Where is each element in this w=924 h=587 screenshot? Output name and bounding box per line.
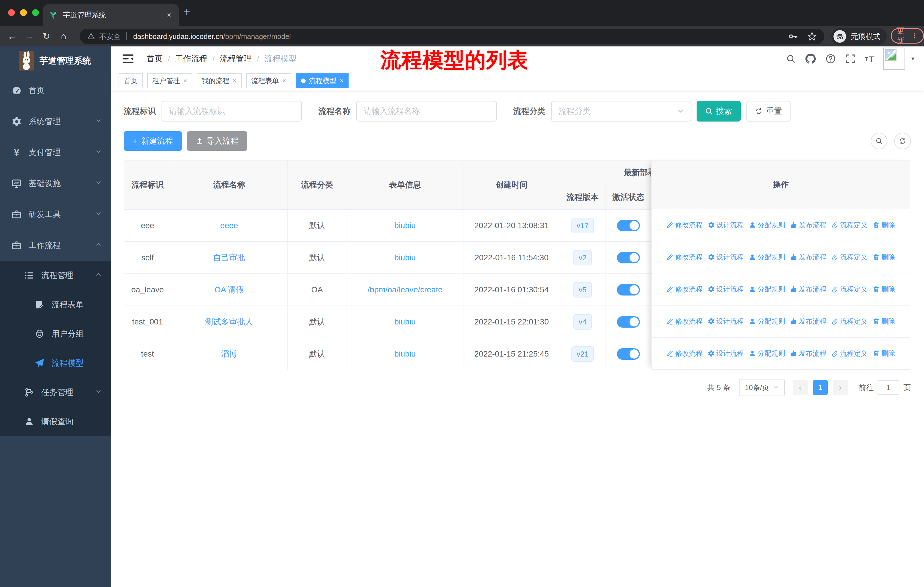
tag-首页[interactable]: 首页: [119, 73, 143, 88]
sidebar-item-devtool[interactable]: 研发工具: [0, 199, 111, 230]
action-修改流程[interactable]: 修改流程: [667, 253, 703, 262]
font-size-icon[interactable]: TT: [865, 54, 876, 64]
active-toggle[interactable]: [617, 284, 640, 296]
action-删除[interactable]: 删除: [873, 284, 895, 294]
form-info-link[interactable]: biubiu: [394, 221, 416, 230]
action-发布流程[interactable]: 发布流程: [790, 317, 826, 326]
process-name-link[interactable]: eeee: [220, 221, 238, 230]
reload-icon[interactable]: ↻: [38, 31, 55, 41]
filter-name-input[interactable]: [356, 101, 497, 122]
search-button[interactable]: 搜索: [696, 101, 741, 122]
action-分配规则[interactable]: 分配规则: [749, 220, 785, 230]
key-icon[interactable]: [788, 31, 798, 41]
forward-icon[interactable]: →: [21, 31, 38, 41]
version-badge[interactable]: v5: [573, 282, 591, 298]
action-修改流程[interactable]: 修改流程: [667, 317, 703, 326]
bookmark-star-icon[interactable]: [807, 31, 817, 41]
action-设计流程[interactable]: 设计流程: [708, 253, 744, 262]
action-流程定义[interactable]: 流程定义: [832, 317, 868, 326]
user-avatar[interactable]: [883, 48, 905, 70]
action-删除[interactable]: 删除: [873, 349, 895, 358]
back-icon[interactable]: ←: [3, 31, 21, 41]
browser-update-button[interactable]: 更新 ⋮: [891, 28, 924, 43]
new-tab-button[interactable]: +: [183, 5, 190, 19]
action-流程定义[interactable]: 流程定义: [832, 284, 868, 294]
help-icon[interactable]: [825, 54, 836, 64]
browser-tab[interactable]: 芋道管理系统 ×: [43, 4, 179, 26]
action-修改流程[interactable]: 修改流程: [667, 284, 703, 294]
update-label[interactable]: 更新: [897, 26, 906, 46]
active-toggle[interactable]: [617, 348, 640, 360]
tag-流程模型[interactable]: 流程模型×: [296, 73, 349, 88]
sidebar-item-process-model[interactable]: 流程模型: [0, 349, 111, 378]
action-删除[interactable]: 删除: [873, 317, 895, 326]
breadcrumb-home[interactable]: 首页: [147, 53, 163, 64]
security-label[interactable]: 不安全: [99, 32, 120, 41]
fullscreen-icon[interactable]: [845, 54, 855, 64]
active-toggle[interactable]: [617, 252, 640, 263]
sidebar-item-user-group[interactable]: 用户分组: [0, 319, 111, 349]
search-icon[interactable]: [786, 54, 796, 64]
tag-租户管理[interactable]: 租户管理×: [147, 73, 192, 88]
sidebar-item-process-form[interactable]: 流程表单: [0, 290, 111, 319]
create-process-button[interactable]: + 新建流程: [124, 131, 182, 151]
action-分配规则[interactable]: 分配规则: [749, 253, 785, 262]
refresh-table-button[interactable]: [894, 133, 911, 149]
form-info-link[interactable]: biubiu: [394, 317, 416, 326]
action-发布流程[interactable]: 发布流程: [790, 349, 826, 358]
page-size-select[interactable]: 10条/页: [739, 379, 785, 396]
sidebar-item-leave-query[interactable]: 请假查询: [0, 407, 111, 436]
next-page-button[interactable]: ›: [833, 380, 848, 395]
sidebar-item-process-manage[interactable]: 流程管理: [0, 261, 111, 290]
version-badge[interactable]: v2: [573, 250, 591, 265]
action-分配规则[interactable]: 分配规则: [749, 349, 785, 358]
process-name-link[interactable]: 滔博: [221, 349, 237, 358]
process-name-link[interactable]: OA 请假: [214, 285, 244, 294]
action-发布流程[interactable]: 发布流程: [790, 253, 826, 262]
reset-button[interactable]: 重置: [746, 101, 790, 122]
close-window-button[interactable]: [8, 9, 15, 16]
sidebar-item-workflow[interactable]: 工作流程: [0, 230, 111, 261]
filter-key-input[interactable]: [162, 101, 302, 122]
filter-category-select[interactable]: 流程分类: [551, 101, 691, 122]
avatar-caret-down-icon[interactable]: ▼: [910, 56, 916, 62]
action-流程定义[interactable]: 流程定义: [832, 220, 868, 230]
page-number-1[interactable]: 1: [813, 380, 828, 395]
github-icon[interactable]: [805, 54, 816, 64]
action-修改流程[interactable]: 修改流程: [667, 220, 703, 230]
import-process-button[interactable]: 导入流程: [187, 131, 247, 151]
goto-page-input[interactable]: [878, 380, 899, 395]
tab-close-icon[interactable]: ×: [165, 11, 173, 20]
sidebar-fold-icon[interactable]: [122, 54, 134, 64]
sidebar-item-home[interactable]: 首页: [0, 75, 111, 106]
form-info-link[interactable]: biubiu: [394, 349, 416, 358]
address-bar[interactable]: 不安全 dashboard.yudao.iocoder.cn /bpm/mana…: [80, 29, 824, 44]
action-设计流程[interactable]: 设计流程: [708, 284, 744, 294]
breadcrumb-process-manage[interactable]: 流程管理: [220, 53, 252, 64]
version-badge[interactable]: v4: [573, 314, 591, 330]
action-设计流程[interactable]: 设计流程: [708, 220, 744, 230]
browser-menu-icon[interactable]: ⋮: [911, 32, 918, 40]
active-toggle[interactable]: [617, 220, 640, 231]
prev-page-button[interactable]: ‹: [793, 380, 808, 395]
home-icon[interactable]: ⌂: [55, 31, 72, 41]
action-流程定义[interactable]: 流程定义: [832, 349, 868, 358]
breadcrumb-workflow[interactable]: 工作流程: [175, 53, 207, 64]
process-name-link[interactable]: 测试多审批人: [205, 317, 253, 326]
minimize-window-button[interactable]: [20, 9, 27, 16]
action-分配规则[interactable]: 分配规则: [749, 284, 785, 294]
sidebar-item-infra[interactable]: 基础设施: [0, 168, 111, 199]
form-info-link[interactable]: /bpm/oa/leave/create: [368, 285, 442, 294]
tag-我的流程[interactable]: 我的流程×: [197, 73, 242, 88]
version-badge[interactable]: v21: [571, 346, 594, 362]
close-icon[interactable]: ×: [183, 77, 187, 84]
process-name-link[interactable]: 自己审批: [213, 253, 245, 262]
zoom-window-button[interactable]: [32, 9, 39, 16]
action-发布流程[interactable]: 发布流程: [790, 284, 826, 294]
action-分配规则[interactable]: 分配规则: [749, 317, 785, 326]
action-流程定义[interactable]: 流程定义: [832, 253, 868, 262]
action-删除[interactable]: 删除: [873, 253, 895, 262]
show-search-toggle-button[interactable]: [871, 133, 887, 149]
tag-流程表单[interactable]: 流程表单×: [246, 73, 291, 88]
action-设计流程[interactable]: 设计流程: [708, 317, 744, 326]
